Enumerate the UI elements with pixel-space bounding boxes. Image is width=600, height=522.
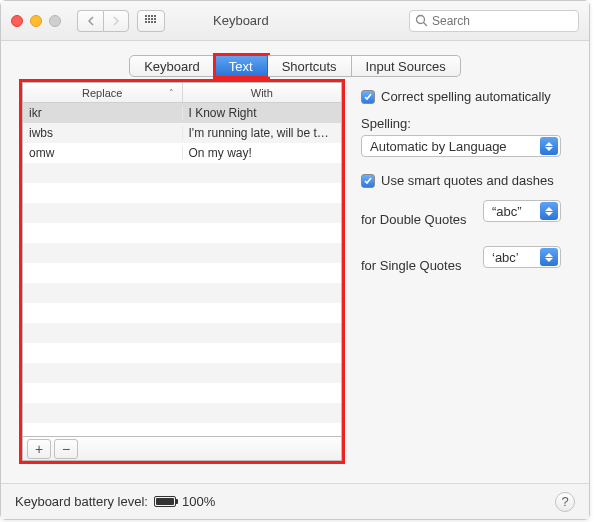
tab-shortcuts[interactable]: Shortcuts — [268, 55, 352, 77]
cell-with: On my way! — [183, 146, 342, 160]
col-replace-label: Replace — [82, 87, 122, 99]
battery-status: Keyboard battery level: 100% — [15, 494, 215, 509]
close-icon[interactable] — [11, 15, 23, 27]
table-header: Replace ˄ With — [23, 83, 341, 103]
chevron-right-icon — [112, 16, 120, 26]
battery-label: Keyboard battery level: — [15, 494, 148, 509]
cell-replace: omw — [23, 146, 183, 160]
table-body: ikr I Know Right iwbs I'm running late, … — [23, 103, 341, 436]
dropdown-arrows-icon — [540, 248, 558, 266]
options-panel: Correct spelling automatically Spelling:… — [361, 79, 571, 481]
remove-button[interactable]: − — [54, 439, 78, 459]
titlebar: Keyboard — [1, 1, 589, 41]
table-row[interactable]: iwbs I'm running late, will be the... — [23, 123, 341, 143]
table-row[interactable] — [23, 323, 341, 343]
table-row[interactable] — [23, 403, 341, 423]
cell-replace: ikr — [23, 106, 183, 120]
col-replace[interactable]: Replace ˄ — [23, 83, 183, 102]
table-row[interactable] — [23, 183, 341, 203]
checkbox-checked-icon[interactable] — [361, 174, 375, 188]
smart-quotes-row[interactable]: Use smart quotes and dashes — [361, 173, 571, 188]
cell-with: I Know Right — [183, 106, 342, 120]
show-all-button[interactable] — [137, 10, 165, 32]
spelling-value: Automatic by Language — [370, 139, 507, 154]
battery-percent: 100% — [182, 494, 215, 509]
maximize-icon[interactable] — [49, 15, 61, 27]
replacements-table[interactable]: Replace ˄ With ikr I Know Right iwbs I'm… — [22, 82, 342, 437]
table-row[interactable]: ikr I Know Right — [23, 103, 341, 123]
tab-text[interactable]: Text — [215, 55, 268, 77]
tab-keyboard[interactable]: Keyboard — [129, 55, 215, 77]
battery-icon — [154, 496, 176, 507]
dropdown-arrows-icon — [540, 202, 558, 220]
forward-button[interactable] — [103, 10, 129, 32]
traffic-lights — [11, 15, 61, 27]
table-row[interactable] — [23, 263, 341, 283]
add-button[interactable]: + — [27, 439, 51, 459]
search-input[interactable] — [409, 10, 579, 32]
cell-with: I'm running late, will be the... — [183, 126, 342, 140]
table-row[interactable] — [23, 163, 341, 183]
window-title: Keyboard — [213, 13, 269, 28]
svg-point-0 — [417, 15, 425, 23]
search-wrap — [409, 10, 579, 32]
tab-input-sources[interactable]: Input Sources — [352, 55, 461, 77]
correct-spelling-row[interactable]: Correct spelling automatically — [361, 89, 571, 104]
tab-segment: Keyboard Text Shortcuts Input Sources — [129, 55, 461, 77]
single-quotes-row: for Single Quotes ‘abc’ — [361, 246, 571, 284]
spelling-select[interactable]: Automatic by Language — [361, 135, 561, 157]
sort-indicator-icon: ˄ — [169, 88, 174, 98]
nav-buttons — [77, 10, 129, 32]
single-quotes-label: for Single Quotes — [361, 258, 473, 273]
table-row[interactable] — [23, 343, 341, 363]
table-row[interactable] — [23, 283, 341, 303]
double-quotes-value: “abc” — [492, 204, 522, 219]
help-button[interactable]: ? — [555, 492, 575, 512]
back-button[interactable] — [77, 10, 103, 32]
single-quotes-value: ‘abc’ — [492, 250, 519, 265]
svg-line-1 — [424, 22, 428, 26]
grid-icon — [145, 15, 157, 27]
table-row[interactable] — [23, 203, 341, 223]
chevron-left-icon — [87, 16, 95, 26]
double-quotes-select[interactable]: “abc” — [483, 200, 561, 222]
correct-spelling-label: Correct spelling automatically — [381, 89, 551, 104]
col-with[interactable]: With — [183, 83, 342, 102]
cell-replace: iwbs — [23, 126, 183, 140]
table-row[interactable] — [23, 383, 341, 403]
table-row[interactable] — [23, 303, 341, 323]
single-quotes-select[interactable]: ‘abc’ — [483, 246, 561, 268]
footer: Keyboard battery level: 100% ? — [1, 483, 589, 519]
double-quotes-label: for Double Quotes — [361, 212, 473, 227]
search-icon — [415, 14, 428, 27]
table-footer: + − — [22, 437, 342, 461]
table-row[interactable] — [23, 363, 341, 383]
pane-body: Replace ˄ With ikr I Know Right iwbs I'm… — [1, 79, 589, 481]
double-quotes-row: for Double Quotes “abc” — [361, 200, 571, 238]
preferences-window: Keyboard Keyboard Text Shortcuts Input S… — [0, 0, 590, 520]
table-row[interactable] — [23, 223, 341, 243]
replacements-panel: Replace ˄ With ikr I Know Right iwbs I'm… — [19, 79, 345, 464]
checkbox-checked-icon[interactable] — [361, 90, 375, 104]
table-row[interactable]: omw On my way! — [23, 143, 341, 163]
col-with-label: With — [251, 87, 273, 99]
dropdown-arrows-icon — [540, 137, 558, 155]
spelling-label: Spelling: — [361, 116, 571, 131]
table-row[interactable] — [23, 243, 341, 263]
smart-quotes-label: Use smart quotes and dashes — [381, 173, 554, 188]
table-row[interactable] — [23, 423, 341, 436]
minimize-icon[interactable] — [30, 15, 42, 27]
